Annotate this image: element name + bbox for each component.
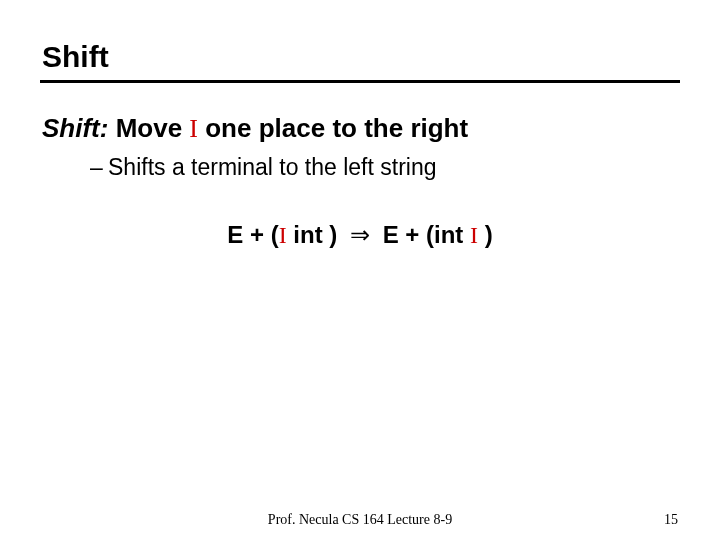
title-underline bbox=[40, 80, 680, 83]
definition-text-before: Move bbox=[108, 113, 189, 143]
arrow-icon: ⇒ bbox=[344, 222, 376, 248]
page-number: 15 bbox=[664, 512, 678, 528]
expr-rhs-post: ) bbox=[478, 221, 493, 248]
bullet-dash: – bbox=[90, 154, 108, 181]
expression-line: E + (I int ) ⇒ E + (int I ) bbox=[40, 221, 680, 249]
definition-action-word: Shift: bbox=[42, 113, 108, 143]
expr-lhs-pre: E + ( bbox=[227, 221, 278, 248]
definition-text-after: one place to the right bbox=[198, 113, 468, 143]
expr-rhs-pre: E + (int bbox=[383, 221, 470, 248]
expr-lhs-marker: I bbox=[279, 222, 287, 248]
slide: Shift Shift: Move I one place to the rig… bbox=[0, 0, 720, 540]
slide-title: Shift bbox=[42, 40, 680, 74]
definition-line: Shift: Move I one place to the right bbox=[42, 113, 680, 144]
definition-marker: I bbox=[189, 114, 198, 143]
subpoint-line: –Shifts a terminal to the left string bbox=[90, 154, 680, 181]
expr-rhs-marker: I bbox=[470, 222, 478, 248]
footer-credit: Prof. Necula CS 164 Lecture 8-9 bbox=[268, 512, 452, 528]
subpoint-text: Shifts a terminal to the left string bbox=[108, 154, 437, 180]
expr-lhs-post: int ) bbox=[287, 221, 338, 248]
